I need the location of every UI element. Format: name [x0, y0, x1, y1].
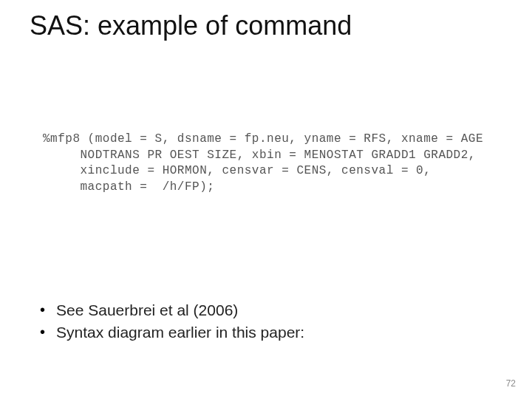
code-line: macpath = /h/FP); [43, 180, 214, 194]
bullet-text: See Sauerbrei et al (2006) [56, 301, 238, 318]
code-line: NODTRANS PR OEST SIZE, xbin = MENOSTAT G… [43, 149, 476, 162]
code-line: %mfp8 (model = S, dsname = fp.neu, yname… [43, 132, 483, 146]
bullet-list: See Sauerbrei et al (2006) Syntax diagra… [40, 301, 304, 346]
bullet-item: Syntax diagram earlier in this paper: [40, 324, 304, 341]
code-block: %mfp8 (model = S, dsname = fp.neu, yname… [43, 132, 502, 195]
bullet-item: See Sauerbrei et al (2006) [40, 301, 304, 319]
slide: SAS: example of command %mfp8 (model = S… [0, 0, 532, 399]
slide-title: SAS: example of command [30, 10, 352, 41]
page-number: 72 [506, 378, 516, 389]
code-line: xinclude = HORMON, censvar = CENS, censv… [43, 164, 431, 177]
bullet-text: Syntax diagram earlier in this paper: [56, 324, 304, 341]
